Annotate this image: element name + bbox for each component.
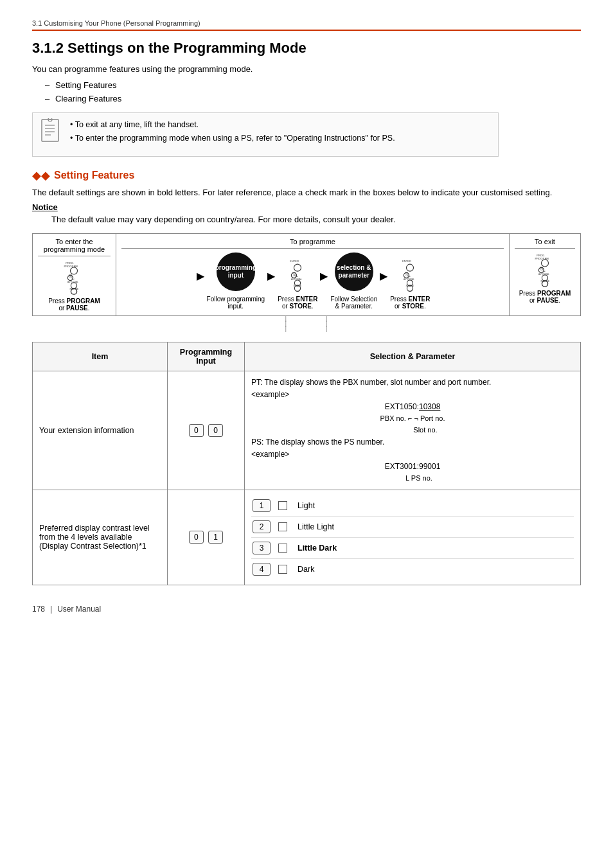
prog-col-programme: To programme ▶ programminginput Follow p… bbox=[116, 234, 510, 315]
param-contrast: 1 Light 2 Little Light 3 Little Dark 4 bbox=[245, 490, 581, 585]
pbx-port-line: PBX no. ⌐ ¬ Port no. bbox=[251, 413, 574, 425]
press-program-label: Press PROGRAMor PAUSE. bbox=[48, 297, 100, 312]
press-enter-store-label: Press ENTERor STORE. bbox=[278, 296, 317, 310]
svg-point-9 bbox=[71, 267, 78, 274]
svg-point-40 bbox=[541, 260, 548, 267]
key-1-2: 1 bbox=[208, 531, 223, 544]
param-option-4: 4 Dark bbox=[251, 559, 574, 580]
psno-line: L PS no. bbox=[251, 473, 574, 484]
ext3001-line: EXT3001:99001 bbox=[251, 461, 574, 473]
key-0-1: 0 bbox=[189, 424, 204, 437]
section-title: 3.1.2 Settings on the Programming Mode bbox=[32, 40, 581, 57]
dashed-lines: ||| ||| bbox=[32, 316, 581, 332]
prog-bubble: programminginput bbox=[217, 252, 255, 291]
diamond-icons: ◆◆ bbox=[32, 168, 50, 182]
prog-bubble-group: programminginput Follow programminginput… bbox=[207, 252, 265, 310]
follow-prog-label: Follow programminginput. bbox=[207, 296, 265, 310]
phone-icon-exit: PROG. PROGRAM OR OR 〜 AUTO DIAL PAUSE Pr… bbox=[519, 252, 571, 304]
page-number: 178 bbox=[32, 605, 45, 614]
label-3: Little Dark bbox=[298, 544, 337, 553]
prog-col-exit-header: To exit bbox=[515, 238, 575, 249]
arrow-2: ▶ bbox=[267, 270, 275, 282]
table-row: Your extension information 0 0 PT: The d… bbox=[33, 371, 581, 490]
sel-bubble-group: selection &parameter Follow Selection& P… bbox=[330, 252, 377, 310]
follow-sel-label: Follow Selection& Parameter. bbox=[330, 296, 377, 310]
param-option-1: 1 Light bbox=[251, 495, 574, 517]
prog-col-programme-header: To programme bbox=[121, 238, 504, 249]
svg-text:PROGRAM: PROGRAM bbox=[64, 264, 78, 267]
press-program2-label: Press PROGRAMor PAUSE. bbox=[519, 290, 571, 304]
subsection-title: Setting Features bbox=[54, 170, 134, 181]
phone-icon-enter: PROG. PROGRAM OR OR 〜 AUTO DIAL PAUSE bbox=[48, 260, 100, 312]
input-ext-info: 0 0 bbox=[168, 371, 245, 490]
bullet-setting: Setting Features bbox=[45, 79, 581, 93]
prog-col-enter-header: To enter the programming mode bbox=[38, 238, 111, 256]
phone-icon-prog: ENTER OR OR 〜 AUTO DIAL STORE Press ENTE… bbox=[278, 258, 317, 310]
svg-point-6 bbox=[49, 119, 51, 120]
notice-desc: The default value may vary depending on … bbox=[51, 215, 581, 224]
param-option-3: 3 Little Dark bbox=[251, 538, 574, 559]
footer: 178 | User Manual bbox=[32, 605, 581, 614]
label-4: Dark bbox=[298, 565, 314, 574]
default-desc: The default settings are shown in bold l… bbox=[32, 188, 581, 197]
table-row: Preferred display contrast level from th… bbox=[33, 490, 581, 585]
pt-text: PT: The display shows the PBX number, sl… bbox=[251, 376, 574, 389]
checkbox-3 bbox=[278, 544, 287, 553]
svg-point-19 bbox=[294, 264, 301, 271]
prog-programme-content: ▶ programminginput Follow programminginp… bbox=[195, 252, 431, 310]
prog-col-exit: To exit PROG. PROGRAM OR OR 〜 AUTO DIAL … bbox=[510, 234, 580, 315]
bullet-clearing: Clearing Features bbox=[45, 93, 581, 106]
ext1050-underline: 10308 bbox=[419, 402, 440, 411]
breadcrumb: 3.1 Customising Your Phone (Personal Pro… bbox=[32, 19, 581, 31]
notice-bullets: • To exit at any time, lift the handset.… bbox=[70, 118, 395, 146]
item-ext-info: Your extension information bbox=[33, 371, 168, 490]
ext1050-line: EXT1050:10308 bbox=[251, 401, 574, 413]
footer-label: User Manual bbox=[57, 605, 101, 614]
col-input: Programming Input bbox=[168, 342, 245, 371]
label-2: Little Light bbox=[298, 522, 334, 531]
sel-bubble: selection &parameter bbox=[335, 252, 373, 291]
item-contrast: Preferred display contrast level from th… bbox=[33, 490, 168, 585]
press-enter2-label: Press ENTERor STORE. bbox=[390, 296, 430, 310]
example1-label: <example> bbox=[251, 389, 574, 401]
main-table: Item Programming Input Selection & Param… bbox=[32, 342, 581, 585]
col-param: Selection & Parameter bbox=[245, 342, 581, 371]
slot-line: Slot no. bbox=[251, 425, 574, 436]
phone-icon-prog2: ENTER OR OR 〜 AUTO DIAL STORE Press ENTE… bbox=[390, 258, 430, 310]
prog-diagram: To enter the programming mode PROG. PROG… bbox=[32, 233, 581, 316]
key-1-1: 0 bbox=[189, 531, 204, 544]
param-ext-info: PT: The display shows the PBX number, sl… bbox=[245, 371, 581, 490]
notice-icon bbox=[40, 118, 64, 151]
svg-text:ENTER: ENTER bbox=[402, 260, 411, 263]
arrow-3: ▶ bbox=[320, 270, 328, 282]
prog-col-enter: To enter the programming mode PROG. PROG… bbox=[33, 234, 116, 315]
intro-bullets: Setting Features Clearing Features bbox=[45, 79, 581, 106]
key-opt-2: 2 bbox=[253, 520, 271, 533]
ps-text: PS: The display shows the PS number. bbox=[251, 436, 574, 448]
arrow-4: ▶ bbox=[380, 270, 387, 282]
key-opt-4: 4 bbox=[253, 563, 271, 576]
svg-text:PROGRAM: PROGRAM bbox=[535, 256, 549, 260]
col-item: Item bbox=[33, 342, 168, 371]
arrow-1: ▶ bbox=[197, 270, 204, 282]
notice-box: • To exit at any time, lift the handset.… bbox=[32, 112, 499, 157]
checkbox-4 bbox=[278, 565, 287, 574]
prog-enter-content: PROG. PROGRAM OR OR 〜 AUTO DIAL PAUSE bbox=[38, 260, 111, 312]
key-0-2: 0 bbox=[208, 424, 223, 437]
notice-label: Notice bbox=[32, 202, 581, 212]
input-contrast: 0 1 bbox=[168, 490, 245, 585]
intro-text: You can programme features using the pro… bbox=[32, 64, 581, 74]
svg-rect-0 bbox=[42, 120, 58, 141]
svg-text:ENTER: ENTER bbox=[290, 260, 299, 263]
label-1: Light bbox=[298, 501, 315, 510]
example2-label: <example> bbox=[251, 448, 574, 461]
checkbox-1 bbox=[278, 501, 287, 510]
key-opt-1: 1 bbox=[253, 499, 271, 512]
prog-exit-content: PROG. PROGRAM OR OR 〜 AUTO DIAL PAUSE Pr… bbox=[515, 252, 575, 304]
checkbox-2 bbox=[278, 522, 287, 531]
footer-separator: | bbox=[50, 605, 52, 614]
subsection-header: ◆◆ Setting Features bbox=[32, 168, 581, 182]
key-opt-3: 3 bbox=[253, 542, 271, 554]
param-option-2: 2 Little Light bbox=[251, 517, 574, 538]
svg-point-29 bbox=[407, 264, 414, 271]
